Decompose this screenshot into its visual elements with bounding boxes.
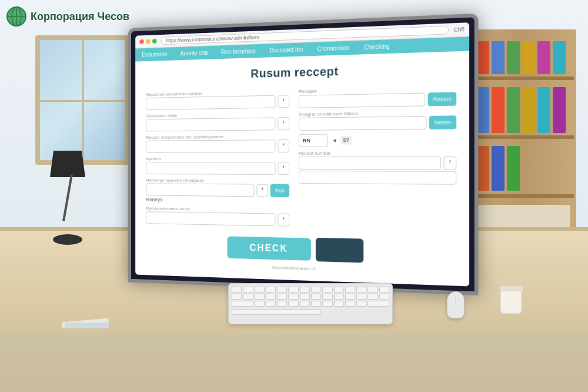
key[interactable] — [277, 301, 287, 307]
receot-button[interactable]: Receot — [428, 92, 456, 106]
window — [35, 35, 129, 165]
field6-select-icon[interactable]: › — [278, 214, 289, 227]
key[interactable] — [243, 287, 253, 293]
nenon-button[interactable]: Nenon — [429, 115, 456, 129]
coffee-cup — [500, 286, 523, 315]
key[interactable] — [368, 301, 389, 307]
right4-select-icon[interactable]: › — [443, 157, 456, 170]
key[interactable] — [311, 294, 321, 300]
key[interactable] — [255, 287, 265, 293]
field5-value: Rnntrys — [146, 197, 289, 204]
browser-close-dot[interactable] — [139, 39, 143, 44]
right3-arrow-icon[interactable]: ◄ — [330, 136, 338, 144]
key[interactable] — [345, 287, 355, 293]
nav-item-docnsect[interactable]: Docnsect lon — [263, 42, 310, 58]
right3-extra: 57 — [340, 136, 351, 144]
check-section: CHECK — [146, 234, 456, 265]
key[interactable] — [379, 287, 389, 293]
key[interactable] — [322, 294, 332, 300]
nav-item-auonty[interactable]: Auonty cna — [174, 46, 215, 61]
nav-item-entiumone[interactable]: Entiumone — [135, 47, 173, 61]
right4-input2[interactable] — [299, 171, 456, 185]
field4-input[interactable] — [146, 162, 275, 175]
key[interactable] — [356, 301, 366, 307]
form-group-field2: Onsccornu Valle › — [146, 111, 289, 131]
key[interactable] — [322, 287, 332, 293]
nav-item-checking[interactable]: Checking — [357, 39, 397, 55]
key[interactable] — [266, 287, 276, 293]
key[interactable] — [266, 301, 276, 307]
form-group-right3: ◄ 57 — [299, 133, 456, 147]
field3-label: Recpor nnoponoure oer upostanporame — [146, 134, 289, 140]
keyboard — [228, 283, 393, 324]
key[interactable] — [356, 287, 366, 293]
browser-minimize-dot[interactable] — [146, 39, 150, 44]
form-left-column: Repcononomannnnn number › Onsccornu Vall… — [146, 89, 289, 230]
field5-input[interactable] — [146, 183, 255, 197]
key[interactable] — [232, 294, 242, 300]
logo-container: Корпорация Чесов — [6, 6, 129, 27]
key[interactable] — [255, 301, 265, 307]
page-content: Rusum reccept Repcononomannnnn number › — [135, 51, 469, 287]
key[interactable] — [277, 294, 287, 300]
key[interactable] — [356, 294, 366, 300]
field1-select-icon[interactable]: › — [278, 95, 289, 108]
key[interactable] — [379, 294, 389, 300]
nav-item-renlecrntace[interactable]: Ren:lecnrtace — [215, 44, 263, 59]
right1-input[interactable] — [299, 93, 426, 108]
field2-select-icon[interactable]: › — [278, 117, 289, 130]
key[interactable] — [266, 294, 276, 300]
field5-select-icon[interactable]: › — [257, 184, 268, 197]
key[interactable] — [255, 294, 265, 300]
form-group-field5: Hecnonar oparernr rnnorparor › Run Rnntr… — [146, 178, 289, 204]
key[interactable] — [288, 301, 298, 307]
key[interactable] — [345, 294, 355, 300]
notebook2 — [65, 323, 109, 328]
key[interactable] — [322, 301, 332, 307]
key[interactable] — [288, 287, 298, 293]
form-group-right1: Receot — [299, 92, 456, 108]
key[interactable] — [232, 301, 253, 307]
field1-input[interactable] — [146, 95, 275, 110]
key[interactable] — [300, 294, 310, 300]
field6-input[interactable] — [146, 211, 275, 226]
field3-select-icon[interactable]: › — [278, 139, 289, 152]
key[interactable] — [311, 287, 321, 293]
field5-label: Hecnonar oparernr rnnorparor — [146, 178, 289, 184]
key[interactable] — [334, 287, 344, 293]
right3-input[interactable] — [299, 134, 328, 147]
mouse — [447, 291, 465, 318]
key[interactable] — [277, 287, 287, 293]
right4-input1[interactable] — [299, 157, 441, 170]
key[interactable] — [243, 294, 253, 300]
run-button[interactable]: Run — [270, 184, 289, 197]
key[interactable] — [300, 301, 310, 307]
form-group-field4: Apnonn › — [146, 156, 289, 175]
key[interactable] — [368, 287, 377, 293]
field4-select-icon[interactable]: › — [278, 162, 289, 175]
form-group-right2: Ooagrar onedrit oprn Ntteno Nenon — [299, 109, 456, 131]
logo-text: Корпорация Чесов — [31, 11, 129, 23]
monitor-screen-container: https://www.corporationchecov.admin/form… — [128, 14, 479, 295]
browser-maximize-dot[interactable] — [152, 39, 156, 44]
dark-action-button[interactable] — [316, 238, 363, 263]
key[interactable] — [311, 301, 321, 307]
key[interactable] — [345, 301, 355, 307]
key[interactable] — [288, 294, 298, 300]
key[interactable] — [334, 301, 344, 307]
nav-item-cronnomion[interactable]: Cronnomion — [310, 41, 357, 56]
key[interactable] — [368, 294, 377, 300]
form-group-field1: Repcononomannnnn number › — [146, 89, 289, 110]
spacebar[interactable] — [232, 309, 321, 315]
field2-input[interactable] — [146, 117, 275, 131]
right2-input[interactable] — [299, 116, 427, 131]
field3-input[interactable] — [146, 139, 275, 153]
desk-lamp — [50, 151, 85, 245]
monitor: https://www.corporationchecov.admin/form… — [128, 14, 479, 311]
key[interactable] — [300, 287, 310, 293]
form-group-right4: Rcceot number › — [299, 150, 456, 185]
key[interactable] — [334, 294, 344, 300]
key[interactable] — [232, 287, 242, 293]
check-button[interactable]: CHECK — [227, 236, 311, 260]
tab-title: Chfl — [454, 26, 464, 33]
